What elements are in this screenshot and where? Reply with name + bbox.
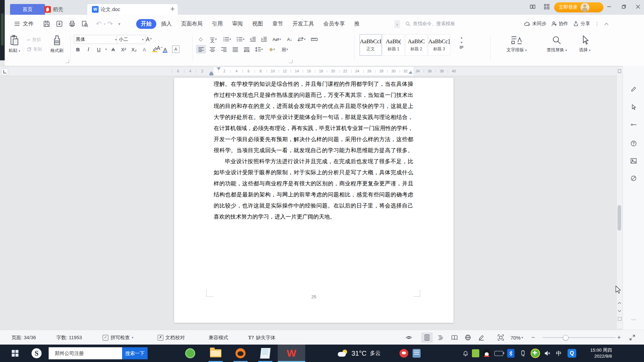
font-name-combo[interactable]: 黑体 ▾: [74, 35, 119, 44]
ribbon-tab[interactable]: 引用: [207, 19, 227, 29]
ribbon-tab[interactable]: 视图: [248, 19, 268, 29]
tray-notification-bell-icon[interactable]: [461, 345, 470, 362]
redo-button[interactable]: ↷: [107, 20, 113, 28]
save-as-button[interactable]: [56, 20, 63, 27]
command-search[interactable]: 查找命令、搜索模板: [405, 19, 482, 28]
taskbar-cat-app-icon[interactable]: [232, 345, 249, 362]
taskbar-ie-icon[interactable]: [158, 345, 175, 362]
bullet-list-button[interactable]: ▾: [221, 35, 233, 44]
fit-page-button[interactable]: [495, 330, 506, 345]
image-tool-icon[interactable]: [628, 155, 640, 167]
copy-button[interactable]: 复制: [27, 46, 42, 52]
fullscreen-button[interactable]: [629, 330, 635, 345]
ribbon-tab[interactable]: 审阅: [227, 19, 248, 29]
share-button[interactable]: 分享: [573, 21, 590, 27]
tray-ime-indicator[interactable]: 中: [553, 345, 564, 362]
minimize-button[interactable]: [602, 0, 616, 13]
new-tab-button[interactable]: +: [170, 5, 175, 13]
ribbon-tab[interactable]: 章节: [268, 19, 288, 29]
style-preset[interactable]: AaBbC 标题 2: [405, 34, 427, 56]
styles-scroll-down-icon[interactable]: ▾: [461, 41, 462, 44]
zoom-out-button[interactable]: −: [531, 330, 535, 345]
scrollbar-top-icon[interactable]: [618, 69, 621, 73]
page-indicator[interactable]: 页面: 34/36: [11, 330, 36, 345]
zoom-level[interactable]: 70% ▾: [511, 330, 523, 345]
scrollbar-thumb[interactable]: [618, 205, 621, 231]
previous-page-icon[interactable]: [618, 302, 621, 304]
document-page[interactable]: 理解。在学校学的知识是综合性的，并且每门课程的作用都学到了，当在具体操 作过程中…: [174, 78, 453, 323]
numbered-list-button[interactable]: ▾: [234, 35, 247, 44]
first-line-indent-marker[interactable]: [217, 67, 221, 70]
bold-button[interactable]: B: [73, 45, 83, 54]
justify-button[interactable]: [230, 45, 240, 54]
weather-icon[interactable]: [335, 345, 350, 362]
paragraph-dialog-launcher-icon[interactable]: [289, 60, 292, 63]
next-page-icon[interactable]: [618, 310, 621, 312]
ribbon-tab[interactable]: 会员专享: [319, 19, 350, 29]
save-button[interactable]: [43, 20, 50, 27]
taskbar-search-box[interactable]: 郑州公司注册 搜索一下: [49, 347, 148, 359]
ribbon-tab[interactable]: 推: [350, 19, 362, 29]
align-right-button[interactable]: [219, 45, 229, 54]
tab-stop-selector[interactable]: [1, 68, 8, 75]
shading-button[interactable]: ◆▾: [266, 45, 278, 54]
italic-button[interactable]: I: [84, 45, 93, 54]
more-tools-icon[interactable]: ⋯: [628, 314, 640, 326]
style-preset[interactable]: AaBb( 标题 1: [382, 34, 405, 56]
sort-button[interactable]: A↓: [285, 35, 294, 44]
distribute-button[interactable]: [241, 45, 252, 54]
proofread-button[interactable]: ✗ 文档校对: [158, 330, 185, 345]
tray-q-app-icon[interactable]: [566, 345, 578, 362]
taskbar-notepad-icon[interactable]: [257, 345, 274, 362]
ink-mode-toggle[interactable]: [476, 330, 487, 345]
toolbar-more-icon[interactable]: ▾: [118, 21, 121, 26]
restore-button[interactable]: [616, 0, 631, 13]
sync-status[interactable]: 未同步: [524, 21, 546, 27]
start-button[interactable]: [7, 345, 23, 362]
styles-scroll-up-icon[interactable]: ▴: [461, 36, 462, 39]
collaborate-button[interactable]: 协作: [551, 21, 568, 27]
clear-format-button[interactable]: A: [140, 45, 149, 54]
collapse-ribbon-icon[interactable]: [604, 22, 609, 25]
undo-button[interactable]: ↶: [96, 20, 102, 28]
ribbon-tab[interactable]: 开始: [136, 19, 156, 29]
ribbon-tab[interactable]: 开发工具: [288, 19, 319, 29]
superscript-button[interactable]: X²: [119, 45, 128, 54]
pen-annotate-icon[interactable]: [628, 83, 640, 95]
pointer-tool-icon[interactable]: [628, 101, 640, 113]
page-view-toggle[interactable]: [421, 330, 433, 345]
web-layout-toggle[interactable]: [462, 330, 474, 345]
word-count[interactable]: 字数: 11953: [56, 330, 82, 345]
grow-font-button[interactable]: A⁺: [144, 35, 154, 44]
horizontal-ruler[interactable]: 642 246810121416182022242628303234363840: [0, 67, 623, 76]
tray-usb-icon[interactable]: [518, 345, 528, 362]
highlight-button[interactable]: [150, 45, 160, 54]
eye-protection-toggle[interactable]: [403, 330, 415, 345]
paste-button[interactable]: 粘贴 ▾: [9, 35, 20, 54]
file-menu[interactable]: 文件: [9, 15, 34, 33]
char-border-button[interactable]: A: [172, 46, 179, 53]
compat-mode-indicator[interactable]: 兼容模式: [209, 330, 228, 345]
tray-green-doc-icon[interactable]: [471, 345, 480, 362]
ribbon-tab[interactable]: 插入: [156, 19, 176, 29]
left-indent-marker[interactable]: [209, 74, 213, 75]
tray-battery-icon[interactable]: [493, 345, 504, 362]
align-center-button[interactable]: [207, 45, 217, 54]
undo-dropdown-icon[interactable]: ▾: [104, 22, 105, 26]
decrease-indent-button[interactable]: [248, 35, 258, 44]
taskbar-red-app-icon[interactable]: [397, 345, 411, 362]
borders-button[interactable]: ⊞▾: [279, 45, 290, 54]
font-size-combo[interactable]: 小二 ▾: [117, 35, 146, 44]
style-preset[interactable]: AaBbCcI 正文: [360, 34, 382, 56]
underline-dropdown-icon[interactable]: ▾: [104, 45, 108, 54]
note-line-icon[interactable]: [628, 119, 640, 131]
right-indent-marker[interactable]: [409, 71, 413, 74]
align-left-button[interactable]: [196, 45, 206, 54]
spell-check-toggle[interactable]: ✓ 拼写检查 ▾: [103, 330, 133, 345]
split-layout-icon[interactable]: [525, 0, 540, 13]
find-replace-button[interactable]: 查找替换 ▾: [547, 35, 567, 53]
font-color-button[interactable]: A: [160, 45, 170, 54]
seal-tool-icon[interactable]: [628, 172, 640, 184]
print-button[interactable]: [68, 20, 76, 27]
zoom-slider-knob[interactable]: [563, 335, 569, 341]
